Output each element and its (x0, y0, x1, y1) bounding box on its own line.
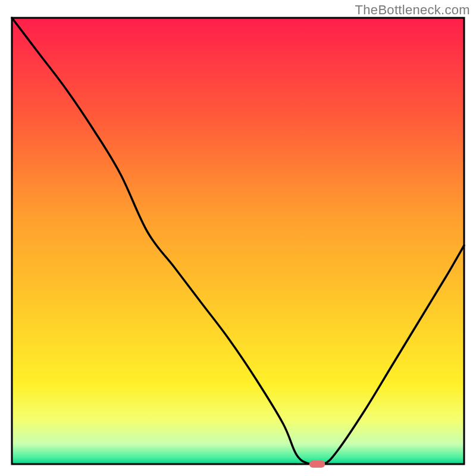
gradient-background (12, 18, 464, 464)
bottleneck-chart (0, 0, 476, 476)
optimum-marker (309, 461, 325, 468)
attribution-text: TheBottleneck.com (355, 2, 470, 18)
chart-container: TheBottleneck.com (0, 0, 476, 476)
